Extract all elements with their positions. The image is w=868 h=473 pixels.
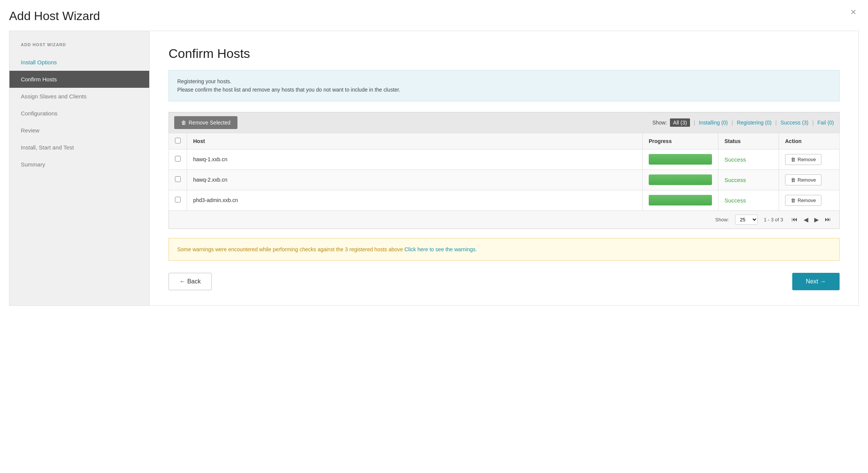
action-cell: 🗑 Remove [779,170,840,190]
trash-icon: 🗑 [791,157,796,162]
filter-registering[interactable]: Registering (0) [737,120,771,126]
pagination-buttons: ⏮ ◀ ▶ ⏭ [789,215,833,224]
warning-text: Some warnings were encountered while per… [177,246,404,252]
host-header: Host [187,133,643,149]
show-count-select[interactable]: 25 50 100 [735,215,758,225]
show-filters: Show: All (3) | Installing (0) | Registe… [652,118,834,127]
status-badge: Success [724,177,746,183]
progress-cell [643,190,718,210]
status-badge: Success [724,197,746,204]
progress-bar-fill [649,195,712,205]
table-row: hawq-1.xxb.cn Success 🗑 Re [169,149,840,170]
first-page-button[interactable]: ⏮ [789,215,800,224]
show-label: Show: [652,120,667,126]
progress-bar-fill [649,154,712,165]
sidebar-item-install-options[interactable]: Install Options [9,54,149,71]
pagination-info: 1 - 3 of 3 [764,217,783,222]
page-title: Add Host Wizard [9,9,859,23]
progress-cell [643,170,718,190]
bottom-buttons: ← Back Next → [169,273,840,290]
content-title: Confirm Hosts [169,46,840,61]
info-line1: Registering your hosts. [177,77,831,86]
filter-all[interactable]: All (3) [670,118,690,127]
sidebar-item-confirm-hosts[interactable]: Confirm Hosts [9,71,149,88]
info-box: Registering your hosts. Please confirm t… [169,70,840,101]
sidebar-section-title: ADD HOST WIZARD [9,42,149,54]
action-cell: 🗑 Remove [779,190,840,210]
main-content: Confirm Hosts Registering your hosts. Pl… [150,31,859,305]
table-toolbar: 🗑 Remove Selected Show: All (3) | Instal… [169,112,840,133]
close-button[interactable]: ✕ [850,8,857,17]
sidebar-item-assign-slaves[interactable]: Assign Slaves and Clients [9,88,149,105]
sidebar-item-summary[interactable]: Summary [9,156,149,173]
progress-bar-wrap [649,174,712,185]
back-button[interactable]: ← Back [169,273,212,290]
status-badge: Success [724,156,746,163]
trash-icon: 🗑 [181,120,186,126]
action-header: Action [779,133,840,149]
sidebar-item-configurations[interactable]: Configurations [9,105,149,122]
status-cell: Success [718,149,779,170]
row-checkbox-1[interactable] [175,156,181,162]
row-checkbox-cell [169,149,187,170]
remove-selected-button[interactable]: 🗑 Remove Selected [174,116,237,129]
info-line2: Please confirm the host list and remove … [177,86,831,94]
remove-button-3[interactable]: 🗑 Remove [785,195,821,206]
sidebar-item-install-start-test[interactable]: Install, Start and Test [9,139,149,156]
remove-button-2[interactable]: 🗑 Remove [785,174,821,185]
row-checkbox-cell [169,170,187,190]
next-page-button[interactable]: ▶ [812,215,821,224]
trash-icon: 🗑 [791,177,796,183]
sidebar: ADD HOST WIZARD Install Options Confirm … [9,31,150,305]
table-row: hawq-2.xxb.cn Success 🗑 Re [169,170,840,190]
row-checkbox-cell [169,190,187,210]
status-cell: Success [718,190,779,210]
table-row: phd3-admin.xxb.cn Success 🗑 [169,190,840,210]
host-cell: phd3-admin.xxb.cn [187,190,643,210]
status-header: Status [718,133,779,149]
select-all-header [169,133,187,149]
select-all-checkbox[interactable] [175,138,181,143]
host-cell: hawq-2.xxb.cn [187,170,643,190]
table-footer: Show: 25 50 100 1 - 3 of 3 ⏮ ◀ ▶ ⏭ [169,211,840,229]
progress-cell [643,149,718,170]
next-button[interactable]: Next → [792,273,840,290]
status-cell: Success [718,170,779,190]
remove-button-1[interactable]: 🗑 Remove [785,154,821,165]
progress-header: Progress [643,133,718,149]
filter-success[interactable]: Success (3) [781,120,809,126]
progress-bar-fill [649,174,712,185]
hosts-table: Host Progress Status Action hawq-1.xxb.c… [169,133,840,211]
show-count-label: Show: [715,217,729,222]
row-checkbox-3[interactable] [175,197,181,202]
host-cell: hawq-1.xxb.cn [187,149,643,170]
row-checkbox-2[interactable] [175,176,181,182]
progress-bar-wrap [649,154,712,165]
trash-icon: 🗑 [791,198,796,203]
filter-fail[interactable]: Fail (0) [817,120,834,126]
action-cell: 🗑 Remove [779,149,840,170]
progress-bar-wrap [649,195,712,205]
last-page-button[interactable]: ⏭ [823,215,833,224]
warning-link[interactable]: Click here to see the warnings. [404,246,477,252]
warning-box: Some warnings were encountered while per… [169,238,840,261]
filter-installing[interactable]: Installing (0) [699,120,728,126]
sidebar-item-review[interactable]: Review [9,122,149,139]
prev-page-button[interactable]: ◀ [801,215,810,224]
